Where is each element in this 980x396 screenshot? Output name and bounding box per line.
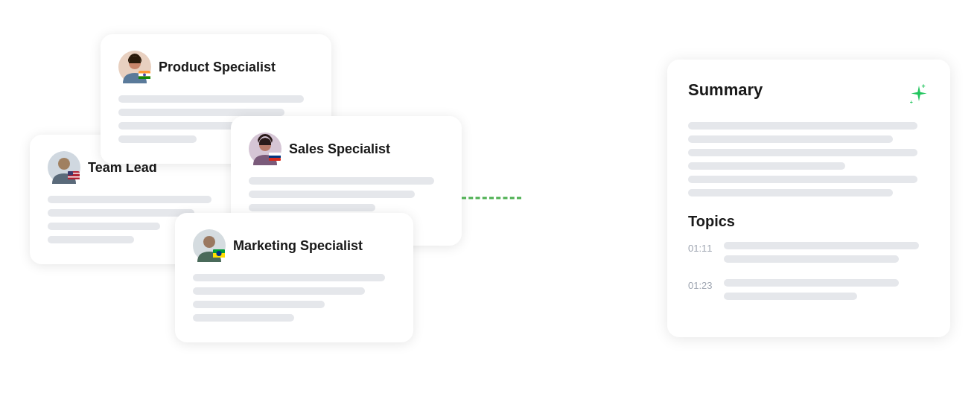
line: [118, 122, 245, 130]
line: [724, 255, 899, 263]
summary-panel: Summary + + Topics 01:11: [667, 60, 950, 337]
card-sales-title: Sales Specialist: [289, 141, 390, 157]
card-product-header: Product Specialist: [118, 51, 314, 83]
line: [688, 162, 845, 170]
line: [688, 122, 917, 130]
line: [193, 274, 385, 281]
scene: Team Lead: [0, 0, 980, 396]
svg-text:+: +: [910, 99, 913, 104]
line: [48, 196, 211, 203]
line: [688, 176, 917, 183]
line: [688, 149, 917, 156]
svg-rect-6: [68, 176, 80, 178]
line: [688, 135, 893, 143]
line: [724, 293, 857, 300]
card-product-title: Product Specialist: [159, 60, 276, 75]
svg-point-1: [58, 158, 70, 170]
topic-time-1: 01:11: [688, 242, 715, 254]
line: [724, 242, 919, 249]
svg-rect-19: [269, 158, 281, 161]
line: [249, 191, 415, 198]
svg-point-14: [143, 74, 146, 77]
line: [724, 279, 899, 287]
summary-lines: [688, 122, 929, 197]
line: [688, 189, 893, 197]
topics-title: Topics: [688, 213, 929, 230]
line: [249, 177, 434, 185]
line: [48, 209, 194, 217]
svg-rect-17: [269, 153, 281, 156]
topic-row-1: 01:11: [688, 242, 929, 269]
card-marketing-title: Marketing Specialist: [233, 238, 363, 254]
topic-lines-1: [724, 242, 929, 269]
avatar-product: [118, 51, 151, 83]
topic-row-2: 01:23: [688, 279, 929, 306]
line: [118, 109, 284, 116]
sparkle-icon: + +: [898, 80, 929, 112]
svg-rect-13: [139, 77, 150, 80]
svg-rect-7: [68, 179, 80, 180]
avatar-sales: [249, 132, 281, 165]
svg-point-21: [203, 236, 215, 248]
line: [249, 204, 375, 211]
connector-line: [462, 197, 521, 199]
line: [193, 287, 365, 295]
line: [118, 95, 304, 103]
avatar-marketing: [193, 229, 226, 262]
line: [48, 236, 134, 243]
svg-point-25: [217, 251, 222, 256]
line: [193, 301, 325, 308]
cards-area: Team Lead: [30, 19, 491, 377]
topic-time-2: 01:23: [688, 279, 715, 291]
line: [193, 314, 294, 322]
line: [48, 223, 160, 230]
svg-rect-18: [269, 156, 281, 158]
line: [118, 135, 197, 143]
summary-title: Summary: [688, 80, 763, 100]
card-marketing-specialist[interactable]: Marketing Specialist: [175, 213, 413, 342]
svg-text:+: +: [922, 82, 926, 89]
avatar-team-lead: [48, 151, 80, 184]
summary-header: Summary + +: [688, 80, 929, 112]
svg-rect-8: [68, 171, 73, 176]
card-sales-header: Sales Specialist: [249, 132, 444, 165]
topic-lines-2: [724, 279, 929, 306]
card-marketing-header: Marketing Specialist: [193, 229, 395, 262]
